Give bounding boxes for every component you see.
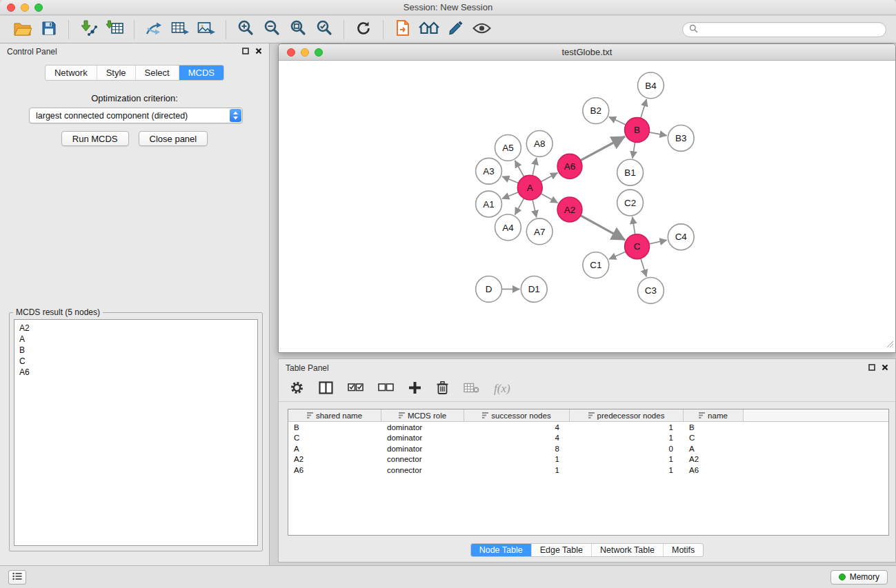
window-resize-grip[interactable] bbox=[886, 338, 894, 351]
result-item[interactable]: A bbox=[19, 334, 252, 345]
column-header-successor-nodes[interactable]: successor nodes bbox=[464, 409, 570, 421]
result-item[interactable]: A6 bbox=[19, 367, 252, 378]
close-panel-button[interactable]: Close panel bbox=[139, 131, 208, 146]
tab-network[interactable]: Network bbox=[46, 65, 97, 80]
graph-edge-C-C4[interactable] bbox=[649, 240, 667, 244]
graph-node-D[interactable]: D bbox=[476, 276, 502, 303]
graph-node-A[interactable]: A bbox=[517, 175, 542, 200]
close-table-panel-button[interactable] bbox=[882, 363, 888, 373]
graph-node-A4[interactable]: A4 bbox=[495, 214, 521, 241]
zoom-out-button[interactable] bbox=[259, 19, 285, 41]
graph-node-B2[interactable]: B2 bbox=[583, 98, 609, 124]
home-neighbors-button[interactable] bbox=[416, 19, 442, 41]
graph-node-D1[interactable]: D1 bbox=[521, 276, 547, 303]
graph-node-C[interactable]: C bbox=[625, 234, 650, 259]
graph-node-A8[interactable]: A8 bbox=[526, 131, 552, 157]
import-table-button[interactable] bbox=[101, 19, 128, 41]
graph-edge-A-A3[interactable] bbox=[502, 176, 519, 183]
tab-mcds[interactable]: MCDS bbox=[179, 65, 223, 80]
graph-node-A6[interactable]: A6 bbox=[557, 154, 582, 179]
zoom-fit-button[interactable] bbox=[285, 19, 311, 41]
graph-edge-B-B2[interactable] bbox=[609, 117, 626, 125]
graph-node-A7[interactable]: A7 bbox=[526, 219, 552, 245]
mcds-result-list[interactable]: A2ABCA6 bbox=[14, 319, 258, 546]
close-network-window-button[interactable] bbox=[287, 48, 295, 57]
network-window-titlebar[interactable]: testGlobe.txt bbox=[279, 44, 895, 61]
filter-button[interactable] bbox=[442, 19, 468, 41]
graph-node-A3[interactable]: A3 bbox=[476, 158, 502, 184]
network-canvas[interactable]: B4B2BB3A8A5A6A3B1AC2A1A2A4A7C4CC1DD1C3 bbox=[279, 61, 895, 352]
zoom-network-window-button[interactable] bbox=[315, 48, 323, 57]
close-control-panel-button[interactable] bbox=[255, 47, 262, 57]
minimize-network-window-button[interactable] bbox=[301, 48, 309, 57]
select-all-button[interactable] bbox=[348, 381, 364, 396]
table-tab-node-table[interactable]: Node Table bbox=[471, 544, 531, 556]
column-header-predecessor-nodes[interactable]: predecessor nodes bbox=[570, 409, 684, 421]
export-network-button[interactable] bbox=[141, 19, 167, 41]
graph-node-C1[interactable]: C1 bbox=[583, 252, 609, 278]
deselect-all-button[interactable] bbox=[378, 381, 394, 396]
close-window-button[interactable] bbox=[7, 3, 15, 12]
table-row[interactable]: Adominator80A bbox=[288, 443, 888, 454]
float-control-panel-button[interactable] bbox=[242, 47, 249, 57]
result-item[interactable]: A2 bbox=[19, 323, 252, 334]
add-column-button[interactable] bbox=[408, 381, 421, 397]
graph-edge-B-B1[interactable] bbox=[633, 142, 635, 158]
delete-column-button[interactable] bbox=[436, 381, 449, 398]
table-tab-edge-table[interactable]: Edge Table bbox=[531, 544, 591, 556]
show-graphics-details-button[interactable] bbox=[468, 19, 495, 41]
show-columns-button[interactable] bbox=[319, 381, 333, 397]
refresh-layout-button[interactable] bbox=[350, 19, 377, 41]
result-item[interactable]: B bbox=[19, 345, 252, 356]
graph-edge-B-B4[interactable] bbox=[641, 99, 646, 119]
show-panels-button[interactable] bbox=[8, 570, 26, 585]
table-settings-button[interactable] bbox=[290, 381, 304, 398]
graph-edge-A-A7[interactable] bbox=[532, 200, 537, 218]
float-table-panel-button[interactable] bbox=[868, 363, 875, 373]
graph-node-A5[interactable]: A5 bbox=[495, 134, 521, 161]
network-graph[interactable]: B4B2BB3A8A5A6A3B1AC2A1A2A4A7C4CC1DD1C3 bbox=[279, 61, 895, 352]
graph-edge-A-A4[interactable] bbox=[515, 199, 524, 215]
export-table-button[interactable] bbox=[167, 19, 193, 41]
table-row[interactable]: A6connector11A6 bbox=[288, 465, 888, 476]
graph-node-B1[interactable]: B1 bbox=[617, 159, 644, 185]
graph-node-B3[interactable]: B3 bbox=[668, 125, 694, 152]
open-document-button[interactable] bbox=[390, 19, 416, 41]
graph-edge-A2-C[interactable] bbox=[581, 216, 625, 240]
graph-edge-A-A6[interactable] bbox=[541, 173, 557, 182]
column-header-shared-name[interactable]: shared name bbox=[288, 409, 381, 421]
graph-node-B[interactable]: B bbox=[625, 118, 650, 143]
graph-edge-A-A2[interactable] bbox=[541, 194, 558, 203]
open-folder-button[interactable] bbox=[10, 19, 36, 41]
graph-node-C3[interactable]: C3 bbox=[638, 278, 664, 304]
graph-edge-A-A5[interactable] bbox=[515, 161, 524, 177]
graph-node-A1[interactable]: A1 bbox=[476, 191, 502, 217]
graph-edge-B-B3[interactable] bbox=[649, 132, 667, 136]
table-row[interactable]: Bdominator41B bbox=[288, 422, 888, 433]
function-builder-button[interactable]: f(x) bbox=[494, 382, 510, 396]
result-item[interactable]: C bbox=[19, 356, 252, 367]
tab-select[interactable]: Select bbox=[135, 65, 179, 80]
export-image-button[interactable] bbox=[193, 19, 219, 41]
delete-table-button[interactable] bbox=[464, 382, 479, 396]
memory-button[interactable]: Memory bbox=[830, 570, 888, 585]
save-session-button[interactable] bbox=[36, 19, 62, 41]
graph-edge-A-A1[interactable] bbox=[502, 192, 519, 199]
graph-node-C2[interactable]: C2 bbox=[617, 190, 644, 216]
search-box[interactable] bbox=[682, 22, 886, 37]
table-row[interactable]: Cdominator41C bbox=[288, 433, 888, 444]
graph-edge-A-A8[interactable] bbox=[532, 158, 537, 176]
zoom-window-button[interactable] bbox=[34, 3, 43, 12]
table-row[interactable]: A2connector11A2 bbox=[288, 454, 888, 465]
graph-edge-C-C3[interactable] bbox=[641, 258, 646, 277]
run-mcds-button[interactable]: Run MCDS bbox=[61, 131, 129, 146]
zoom-selected-button[interactable] bbox=[311, 19, 337, 41]
graph-edge-A6-B[interactable] bbox=[581, 136, 625, 161]
graph-node-A2[interactable]: A2 bbox=[557, 197, 582, 222]
column-header-name[interactable]: name bbox=[684, 409, 744, 421]
graph-edge-C-C1[interactable] bbox=[609, 252, 626, 259]
table-tab-network-table[interactable]: Network Table bbox=[591, 544, 663, 556]
table-tab-motifs[interactable]: Motifs bbox=[663, 544, 703, 556]
column-header-MCDS-role[interactable]: MCDS role bbox=[381, 409, 464, 421]
import-network-button[interactable] bbox=[75, 19, 101, 41]
